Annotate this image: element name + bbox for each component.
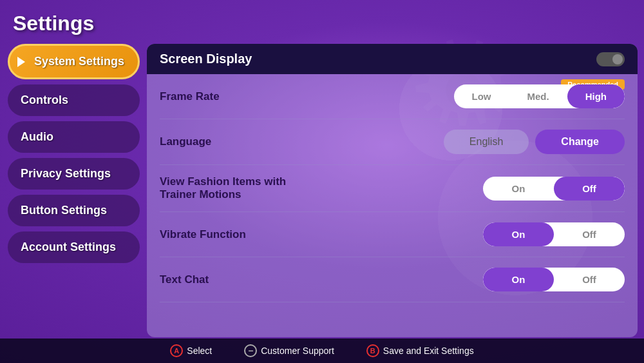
- frame-rate-med[interactable]: Med.: [509, 84, 567, 108]
- sidebar: System Settings Controls Audio Privacy S…: [8, 44, 140, 263]
- sidebar-item-controls-label: Controls: [21, 93, 68, 106]
- a-button-icon: A: [170, 344, 183, 357]
- text-chat-control: On Off: [483, 268, 625, 291]
- fashion-items-label: View Fashion Items withTrainer Motions: [160, 175, 483, 201]
- sidebar-item-button-settings[interactable]: Button Settings: [8, 195, 140, 226]
- bottom-action-save: B Save and Exit Settings: [366, 344, 474, 357]
- frame-rate-control: Recommended Low Med. High: [454, 84, 625, 108]
- setting-row-text-chat: Text Chat On Off: [160, 257, 625, 302]
- language-change-button[interactable]: Change: [535, 130, 625, 154]
- vibrate-label: Vibrate Function: [160, 228, 483, 241]
- sidebar-item-privacy-settings-label: Privacy Settings: [21, 167, 111, 180]
- sidebar-item-audio-label: Audio: [21, 130, 53, 143]
- sidebar-item-system-settings-label: System Settings: [34, 55, 124, 68]
- vibrate-control: On Off: [483, 222, 625, 246]
- b-button-icon: B: [366, 344, 379, 357]
- sidebar-item-privacy-settings[interactable]: Privacy Settings: [8, 158, 140, 190]
- text-chat-on[interactable]: On: [483, 268, 554, 291]
- text-chat-label: Text Chat: [160, 273, 483, 286]
- fashion-items-options: On Off: [483, 177, 625, 201]
- vibrate-options: On Off: [483, 222, 625, 246]
- bottom-action-support: − Customer Support: [244, 344, 334, 357]
- main-content: Screen Display Frame Rate Recommended Lo…: [147, 44, 638, 337]
- vibrate-on[interactable]: On: [483, 222, 554, 246]
- frame-rate-low[interactable]: Low: [454, 84, 509, 108]
- text-chat-off[interactable]: Off: [554, 268, 625, 291]
- bottom-bar: A Select − Customer Support B Save and E…: [0, 338, 644, 363]
- minus-button-icon: −: [244, 344, 257, 357]
- section-title: Screen Display: [160, 52, 252, 66]
- page-title: Settings: [13, 12, 94, 35]
- save-exit-label: Save and Exit Settings: [383, 346, 474, 356]
- language-value: English: [444, 130, 529, 154]
- sidebar-item-account-settings-label: Account Settings: [21, 240, 116, 253]
- fashion-items-on[interactable]: On: [483, 177, 554, 201]
- text-chat-options: On Off: [483, 268, 625, 291]
- fashion-items-control: On Off: [483, 177, 625, 201]
- select-label: Select: [187, 346, 212, 356]
- language-label: Language: [160, 135, 444, 148]
- setting-row-language: Language English Change: [160, 119, 625, 165]
- frame-rate-label: Frame Rate: [160, 90, 454, 103]
- sidebar-item-button-settings-label: Button Settings: [21, 204, 107, 217]
- sidebar-item-account-settings[interactable]: Account Settings: [8, 231, 140, 263]
- sidebar-item-audio[interactable]: Audio: [8, 121, 140, 153]
- fashion-items-off[interactable]: Off: [554, 177, 625, 201]
- setting-row-vibrate: Vibrate Function On Off: [160, 212, 625, 257]
- bottom-action-select: A Select: [170, 344, 212, 357]
- section-header: Screen Display: [147, 44, 638, 74]
- setting-row-frame-rate: Frame Rate Recommended Low Med. High: [160, 74, 625, 119]
- sidebar-item-system-settings[interactable]: System Settings: [8, 44, 140, 79]
- setting-row-fashion-items: View Fashion Items withTrainer Motions O…: [160, 165, 625, 212]
- settings-body: Frame Rate Recommended Low Med. High Lan…: [147, 74, 638, 302]
- support-label: Customer Support: [261, 346, 334, 356]
- frame-rate-options: Low Med. High: [454, 84, 625, 108]
- vibrate-off[interactable]: Off: [554, 222, 625, 246]
- section-toggle[interactable]: [596, 52, 625, 66]
- frame-rate-high[interactable]: High: [567, 84, 625, 108]
- language-control: English Change: [444, 130, 625, 154]
- sidebar-item-controls[interactable]: Controls: [8, 84, 140, 116]
